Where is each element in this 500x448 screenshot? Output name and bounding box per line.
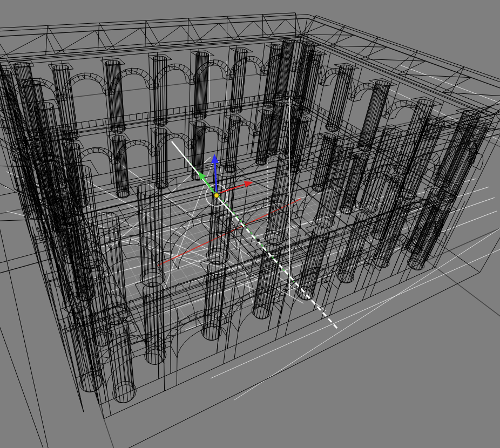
lamp-center-dot	[266, 155, 269, 158]
gizmo-center-dot[interactable]	[214, 193, 219, 198]
viewport-canvas	[0, 0, 500, 448]
object-origin-dot[interactable]	[256, 239, 260, 242]
building-edges	[0, 13, 500, 448]
gizmo-x-arrow[interactable]	[220, 181, 253, 193]
gizmo-z-arrow-head	[211, 154, 219, 163]
courtyard-building-wireframe[interactable]	[0, 13, 500, 448]
viewport-3d[interactable]	[0, 0, 500, 448]
